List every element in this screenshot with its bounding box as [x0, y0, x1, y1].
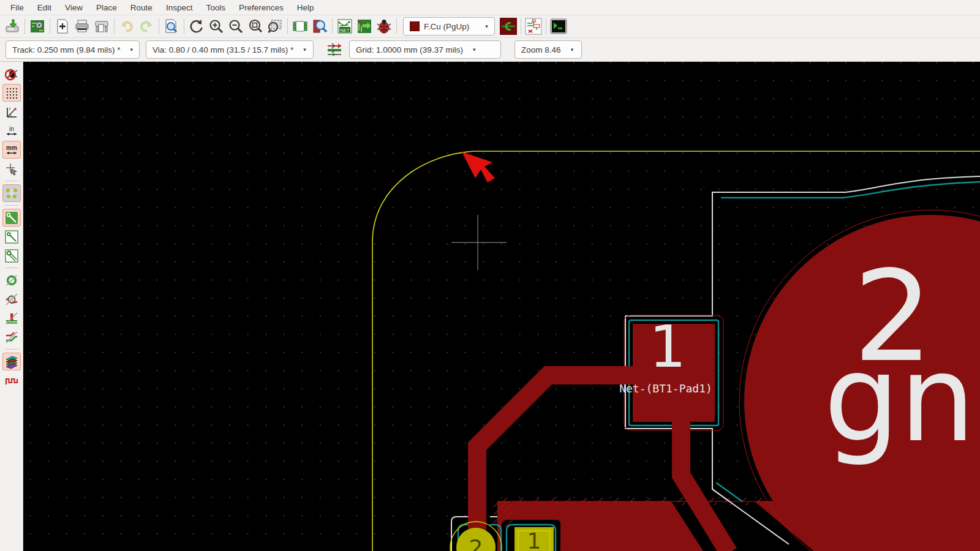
zoom-fit-icon [247, 18, 263, 34]
via-sketch-button[interactable] [2, 271, 21, 289]
ratsnest-icon [5, 187, 18, 200]
units-inches-button[interactable]: in [2, 122, 21, 140]
board-setup-icon [29, 18, 45, 34]
track-width-dropdown[interactable]: Track: 0.250 mm (9.84 mils) * ▾ [6, 40, 140, 59]
ratsnest-visibility-button[interactable] [2, 184, 21, 202]
menu-preferences[interactable]: Preferences [232, 0, 290, 15]
units-mm-button[interactable]: mm [2, 141, 21, 159]
print-button[interactable] [72, 17, 92, 36]
undo-icon [119, 18, 135, 34]
menu-edit[interactable]: Edit [31, 0, 58, 15]
menu-route[interactable]: Route [124, 0, 159, 15]
main-toolbar: NET F.Cu (PgUp) ▾ [0, 15, 980, 38]
save-button[interactable] [2, 17, 22, 36]
toolbar-separator [332, 18, 333, 34]
toolbar-separator [546, 18, 546, 34]
toolbar-separator [50, 18, 50, 34]
zoom-selection-icon [267, 18, 283, 34]
scripting-console-button[interactable] [549, 17, 568, 36]
menu-help[interactable]: Help [290, 0, 321, 15]
units-mm-icon: mm [5, 143, 18, 157]
drc-button[interactable] [374, 17, 394, 36]
chevron-down-icon: ▾ [571, 47, 574, 53]
redo-icon [138, 18, 154, 34]
plot-button[interactable] [92, 17, 111, 36]
find-button[interactable] [162, 17, 181, 36]
footprint-browser-button[interactable] [310, 17, 330, 36]
drc-off-button[interactable] [2, 65, 21, 83]
save-icon [4, 18, 20, 34]
chevron-down-icon: ▾ [473, 47, 476, 53]
microwave-toolbar-button[interactable] [2, 372, 21, 389]
redo-button[interactable] [137, 17, 156, 36]
menu-inspect[interactable]: Inspect [159, 0, 200, 15]
grid-visibility-button[interactable] [2, 84, 21, 102]
toolbar-separator [159, 18, 159, 34]
route-settings-button[interactable] [524, 17, 543, 36]
svg-text:r: r [9, 107, 11, 111]
zoom-in-icon [208, 18, 224, 34]
grid-label: Grid: 1.0000 mm (39.37 mils) [356, 45, 463, 54]
print-icon [74, 18, 90, 34]
layers-manager-icon [4, 354, 19, 369]
track-width-label: Track: 0.250 mm (9.84 mils) * [12, 45, 121, 54]
grid-dropdown[interactable]: Grid: 1.0000 mm (39.37 mils) ▾ [349, 40, 501, 59]
zoom-selection-button[interactable] [265, 17, 285, 36]
pad-sketch-icon [5, 312, 18, 325]
refresh-view-button[interactable] [187, 17, 206, 36]
refresh-icon [189, 18, 205, 34]
zoom-fit-button[interactable] [246, 17, 265, 36]
chevron-down-icon: ▾ [303, 47, 306, 53]
update-pcb-button[interactable] [355, 17, 374, 36]
high-contrast-icon [5, 293, 18, 306]
footprint-chip-icon [292, 18, 308, 34]
layer-selector-label: F.Cu (PgUp) [424, 22, 469, 31]
netlist-icon: NET [337, 18, 353, 34]
footprint-editor-button[interactable] [290, 17, 310, 36]
pcb-canvas[interactable]: 1 Net-(BT1-Pad1) 2 gnd 2 1 [23, 62, 980, 551]
drc-bug-icon [376, 18, 392, 34]
zoom-dropdown[interactable]: Zoom 8.46 ▾ [514, 40, 582, 59]
zoom-out-icon [228, 18, 244, 34]
footprint-browser-icon [312, 18, 328, 34]
menu-tools[interactable]: Tools [199, 0, 232, 15]
track-sketch-icon [5, 331, 18, 344]
layers-manager-button[interactable] [2, 353, 21, 370]
auto-track-width-button[interactable] [325, 40, 344, 59]
sidebar-separator [5, 181, 18, 181]
toolbar-separator [396, 18, 397, 34]
pad-sketch-button[interactable] [2, 309, 21, 327]
high-contrast-button[interactable] [2, 290, 21, 308]
zone-fill-display-button[interactable] [2, 209, 21, 227]
auto-track-width-icon [326, 41, 343, 58]
page-settings-button[interactable] [53, 17, 72, 36]
board-setup-button[interactable] [28, 17, 47, 36]
cursor-shape-icon [5, 162, 18, 176]
zoom-in-button[interactable] [206, 17, 226, 36]
cursor-shape-button[interactable] [2, 160, 21, 178]
chevron-down-icon: ▾ [485, 23, 488, 29]
via-size-dropdown[interactable]: Via: 0.80 / 0.40 mm (31.5 / 15.7 mils) *… [146, 40, 314, 59]
zoom-label: Zoom 8.46 [521, 45, 561, 54]
polar-coords-button[interactable]: r [2, 103, 21, 121]
undo-button[interactable] [117, 17, 137, 36]
zone-unfill-display-button[interactable] [2, 228, 21, 246]
menu-view[interactable]: View [58, 0, 89, 15]
sidebar-separator [5, 205, 18, 206]
sidebar-separator [5, 349, 18, 350]
pad1-net-label: Net-(BT1-Pad1) [619, 382, 712, 395]
via-layer-button[interactable] [499, 17, 518, 36]
th-pad2-number: 2 [469, 535, 483, 551]
drc-off-icon [5, 67, 18, 81]
zone-filled-icon [5, 211, 18, 225]
netlist-button[interactable]: NET [335, 17, 355, 36]
track-sketch-button[interactable] [2, 328, 21, 346]
menu-place[interactable]: Place [89, 0, 124, 15]
zone-outline-display-button[interactable] [2, 247, 21, 264]
layer-selector-dropdown[interactable]: F.Cu (PgUp) ▾ [403, 17, 495, 36]
svg-text:in: in [9, 126, 14, 132]
via-size-label: Via: 0.80 / 0.40 mm (31.5 / 15.7 mils) * [153, 45, 293, 54]
menu-file[interactable]: File [4, 0, 31, 15]
settings-toolbar: Track: 0.250 mm (9.84 mils) * ▾ Via: 0.8… [0, 38, 980, 62]
zoom-out-button[interactable] [226, 17, 246, 36]
